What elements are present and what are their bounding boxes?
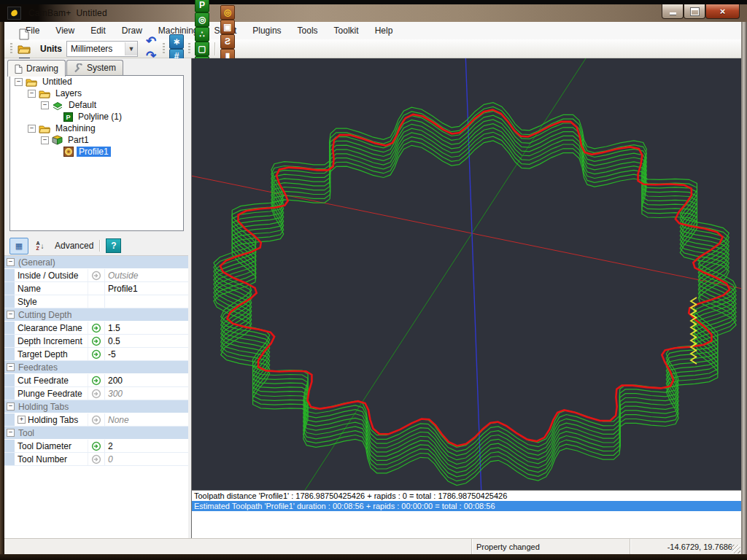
category-expander[interactable]: − (7, 258, 15, 266)
app-icon (7, 7, 21, 20)
tree-expander[interactable]: − (28, 90, 36, 98)
category-expander[interactable]: − (7, 311, 15, 319)
tree-expander[interactable]: − (28, 125, 36, 133)
property-value[interactable]: 300 (105, 387, 188, 400)
property-value[interactable]: -5 (105, 348, 188, 360)
category-label: Holding Tabs (18, 402, 69, 412)
drawing-tree[interactable]: −Untitled−Layers−DefaultPPolyline (1)−Ma… (9, 75, 184, 231)
tree-expander[interactable]: − (41, 136, 49, 144)
machine-pocket-icon[interactable]: ▣ (220, 20, 235, 34)
property-category-feedrates[interactable]: −Feedrates (4, 361, 188, 374)
tree-item-machining[interactable]: −Machining (10, 122, 183, 134)
menu-view[interactable]: View (47, 23, 82, 39)
minimize-icon (670, 12, 676, 15)
property-value[interactable] (105, 295, 188, 308)
draw-circle-icon[interactable]: ◎ (195, 12, 209, 27)
new-file-icon[interactable] (17, 27, 31, 42)
property-row-plunge-feedrate[interactable]: Plunge Feedrate300 (4, 387, 188, 400)
property-category-cutting-depth[interactable]: −Cutting Depth (4, 308, 188, 322)
status-bar: Property changed -14.6729, 19.7686 (4, 538, 741, 554)
property-row-tool-diameter[interactable]: Tool Diameter2 (4, 440, 188, 453)
row-gutter (4, 440, 15, 452)
property-row-target-depth[interactable]: Target Depth-5 (4, 348, 188, 361)
tab-drawing[interactable]: Drawing (7, 60, 66, 77)
property-value[interactable]: 1.5 (105, 322, 188, 334)
tree-item-default[interactable]: −Default (10, 99, 183, 111)
restore-button[interactable] (684, 4, 705, 19)
menu-tools[interactable]: Tools (290, 23, 326, 39)
category-expander[interactable]: − (7, 429, 15, 437)
tree-expander[interactable]: − (41, 101, 49, 109)
property-value[interactable]: 0.5 (105, 335, 188, 347)
value-set-icon (88, 440, 105, 452)
snap-points-icon[interactable]: ∗ (169, 34, 184, 49)
row-gutter (4, 413, 15, 426)
row-gutter (4, 335, 15, 347)
tree-item-profile1[interactable]: Profile1 (10, 146, 183, 158)
property-row-inside-outside[interactable]: Inside / OutsideOutside (4, 269, 188, 282)
advanced-button[interactable]: Advanced (55, 241, 93, 251)
property-row-depth-increment[interactable]: Depth Increment0.5 (4, 335, 188, 348)
menu-plugins[interactable]: Plugins (244, 23, 289, 39)
property-value[interactable]: None (105, 413, 188, 426)
sort-alphabetical-button[interactable]: AZ↓ (31, 238, 49, 254)
menu-help[interactable]: Help (367, 23, 401, 39)
property-value[interactable]: 200 (105, 374, 188, 386)
category-expander[interactable]: − (7, 363, 15, 371)
menu-edit[interactable]: Edit (82, 23, 114, 39)
tree-item-layers[interactable]: −Layers (10, 88, 183, 99)
property-value[interactable]: Outside (105, 269, 188, 281)
close-button[interactable]: × (705, 4, 740, 19)
property-row-holding-tabs[interactable]: +Holding TabsNone (4, 413, 188, 427)
machine-engrave-icon[interactable]: Ƨ (220, 34, 235, 49)
tree-expander[interactable]: − (15, 78, 23, 86)
value-default-icon (88, 269, 105, 281)
undo-icon[interactable]: ↶ (144, 34, 158, 49)
title-bar[interactable]: CamBam+ Untitled × (0, 4, 747, 22)
toolpath-message: Toolpath distance 'Profile1' : 1786.9875… (192, 491, 741, 501)
property-row-clearance-plane[interactable]: Clearance Plane1.5 (4, 322, 188, 335)
category-expander[interactable]: − (7, 402, 15, 411)
help-button[interactable]: ? (106, 238, 121, 253)
tree-item-polyline-1-[interactable]: PPolyline (1) (10, 111, 183, 122)
viewport-3d[interactable] (191, 58, 741, 490)
chevron-down-icon[interactable]: ▼ (125, 42, 137, 55)
property-toolbar: ▦ AZ↓ Advanced ? (4, 236, 188, 255)
property-row-name[interactable]: NameProfile1 (4, 282, 188, 295)
layer-icon (52, 101, 63, 110)
value-default-icon (88, 453, 105, 465)
draw-point-list-icon[interactable]: ∴ (195, 27, 209, 42)
message-log: Toolpath distance 'Profile1' : 1786.9875… (191, 490, 741, 538)
property-category--general-[interactable]: −(General) (4, 256, 188, 269)
menu-bar: FileViewEditDrawMachiningScriptPluginsTo… (4, 22, 741, 39)
property-label: Depth Increment (15, 335, 88, 347)
resize-grip[interactable] (732, 545, 740, 553)
menu-toolkit[interactable]: Toolkit (326, 23, 367, 39)
property-label: Tool Diameter (15, 440, 88, 452)
property-value[interactable]: Profile1 (105, 282, 188, 295)
property-value[interactable]: 2 (105, 440, 188, 452)
draw-polyline-icon[interactable]: P (195, 0, 209, 12)
draw-rectangle-icon[interactable]: ▢ (195, 42, 209, 56)
part-icon (52, 135, 63, 145)
open-file-icon[interactable] (17, 42, 31, 56)
status-message: Property changed (471, 539, 630, 554)
row-expander[interactable]: + (18, 416, 26, 424)
machine-profile-icon[interactable]: ◎ (220, 5, 235, 20)
property-row-tool-number[interactable]: Tool Number0 (4, 453, 188, 466)
property-row-cut-feedrate[interactable]: Cut Feedrate200 (4, 374, 188, 387)
property-category-tool[interactable]: −Tool (4, 427, 188, 440)
tab-system[interactable]: System (66, 60, 123, 75)
tree-item-part1[interactable]: −Part1 (10, 134, 183, 146)
property-grid[interactable]: −(General)Inside / OutsideOutsideNamePro… (4, 255, 188, 538)
row-gutter (4, 295, 15, 308)
tree-item-untitled[interactable]: −Untitled (10, 76, 183, 88)
property-value[interactable]: 0 (105, 453, 188, 465)
units-select[interactable]: Millimeters ▼ (66, 41, 138, 57)
property-row-style[interactable]: Style (4, 295, 188, 308)
minimize-button[interactable] (662, 4, 684, 19)
value-default-icon (88, 413, 105, 426)
property-category-holding-tabs[interactable]: −Holding Tabs (4, 400, 188, 413)
categorized-view-button[interactable]: ▦ (9, 238, 28, 254)
row-gutter (4, 322, 15, 334)
